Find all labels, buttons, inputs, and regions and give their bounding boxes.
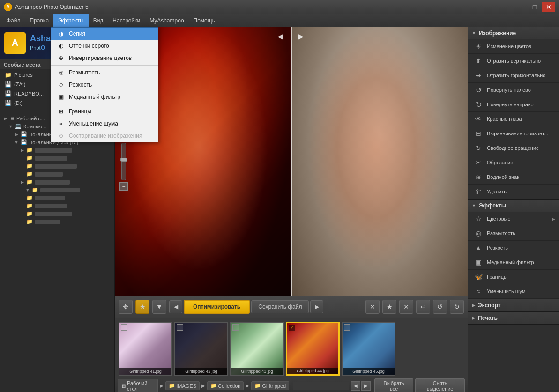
close-button[interactable]: ✕ [542, 2, 555, 12]
tree-item-4[interactable]: 📁 [0, 170, 114, 178]
breadcrumb-desktop[interactable]: 🖥 Рабочий стол [118, 379, 158, 392]
tree-item-3[interactable]: 📁 [0, 162, 114, 170]
breadcrumb-back-button[interactable]: ◀ [351, 381, 360, 391]
effect-sharpen[interactable]: ◇ Резкость [51, 79, 158, 91]
panel-section-image-header[interactable]: ▼ Изображение [468, 27, 559, 39]
panel-color-fx[interactable]: ☆ Цветовые ▶ [468, 212, 559, 226]
median-icon: ▣ [57, 93, 65, 101]
panel-flip-v[interactable]: ⬍ Отразить вертикально [468, 54, 559, 68]
logo-icon: A [4, 32, 26, 54]
optimize-button[interactable]: Оптимизировать [184, 300, 250, 314]
save-button[interactable]: Сохранить файл [251, 300, 309, 313]
tree-item-6[interactable]: ▼ 📁 [0, 186, 114, 194]
separator-1 [51, 65, 158, 66]
thumb-check-42[interactable] [177, 324, 183, 331]
thumbnail-45[interactable]: Girltripped 45.jpg [342, 322, 395, 376]
effect-denoise[interactable]: ≈ Уменьшение шума [51, 118, 158, 130]
panel-section-print-header[interactable]: ▶ Печать [468, 312, 559, 324]
menu-settings[interactable]: Настройки [108, 14, 145, 27]
panel-sharpen-fx[interactable]: ▲ Резкость [468, 241, 559, 255]
panel-section-effects-label: Эффекты [479, 202, 506, 209]
panel-red-eye[interactable]: 👁 Красные глаза [468, 112, 559, 126]
tree-item-2[interactable]: 📁 [0, 154, 114, 162]
thumb-check-43[interactable] [232, 324, 239, 331]
effect-sepia[interactable]: ◑ Сепия [51, 28, 158, 40]
panel-median-fx[interactable]: ▣ Медианный фильтр [468, 255, 559, 270]
app-icon: A [4, 3, 12, 11]
zoom-track[interactable] [121, 143, 126, 180]
menu-effects[interactable]: Эффекты [53, 14, 89, 27]
prev-image-button[interactable]: ◀ [169, 300, 182, 313]
rotate-left-tool-button[interactable]: ↺ [433, 300, 447, 314]
zoom-thumb[interactable] [120, 158, 127, 162]
panel-edges-fx[interactable]: 🦋 Границы [468, 270, 559, 284]
tree-item-7[interactable]: 📁 [0, 194, 114, 202]
tree-toggle-desktop: ▶ [3, 116, 7, 121]
reset-tool-button[interactable]: ✕ [399, 300, 413, 314]
menu-help[interactable]: Помощь [189, 14, 220, 27]
tree-item-9[interactable]: 📁 [0, 210, 114, 218]
panel-horizon[interactable]: ⊟ Выравнивание горизонт... [468, 126, 559, 141]
panel-rotate-right[interactable]: ↻ Повернуть направо [468, 97, 559, 112]
panel-color-change[interactable]: ☀ Изменение цветов [468, 39, 559, 54]
window-controls: − □ ✕ [514, 2, 555, 12]
effect-median[interactable]: ▣ Медианный фильтр [51, 91, 158, 103]
menu-file[interactable]: Файл [2, 14, 25, 27]
thumbnail-42[interactable]: Girltripped 42.jpg [174, 322, 228, 376]
tree-item-8[interactable]: 📁 [0, 202, 114, 210]
breadcrumb-collection[interactable]: 📁 Collection [207, 381, 244, 390]
breadcrumb-arrow-1: ▶ [160, 383, 164, 388]
tree-item-10[interactable]: 📁 [0, 218, 114, 226]
star-tool2-button[interactable]: ★ [382, 300, 396, 314]
menu-myashampoo[interactable]: MyAshampoo [145, 14, 188, 27]
zoom-in-button[interactable]: − [119, 182, 128, 191]
tree-item-5[interactable]: ▶ 📁 [0, 178, 114, 186]
restore-button[interactable]: □ [528, 2, 541, 12]
breadcrumb-girltripped[interactable]: 📁 Girltripped [251, 381, 289, 390]
thumbnail-44[interactable]: ✓ Girltripped 44.jpg [286, 322, 340, 376]
effect-greyscale[interactable]: ◐ Оттенки серого [51, 40, 158, 52]
rotate-right-tool-button[interactable]: ↻ [450, 300, 464, 314]
image-viewer[interactable]: ◀ ▶ + − [115, 27, 468, 296]
breadcrumb-search-input[interactable] [293, 382, 349, 390]
panel-flip-h[interactable]: ⬌ Отразить горизонтально [468, 68, 559, 83]
folder-pictures-label: Pictures [14, 72, 33, 78]
menu-view[interactable]: Вид [89, 14, 108, 27]
edges-fx-icon: 🦋 [474, 272, 483, 281]
panel-blur-fx[interactable]: ◎ Размытость [468, 226, 559, 241]
effect-blur[interactable]: ◎ Размытость [51, 67, 158, 79]
select-all-button[interactable]: Выбрать всё [374, 378, 413, 392]
effect-invert[interactable]: ⊕ Инвертирование цветов [51, 52, 158, 64]
breadcrumb-images[interactable]: 📁 IMAGES [165, 381, 200, 390]
thumbnail-43[interactable]: Girltripped 43.jpg [230, 322, 284, 376]
pick-tool-button[interactable]: ✥ [119, 300, 133, 314]
effect-edges[interactable]: ⊞ Границы [51, 105, 158, 118]
panel-section-effects-header[interactable]: ▼ Эффекты [468, 200, 559, 212]
tree-item-1[interactable]: ▶ 📁 [0, 146, 114, 154]
breadcrumb-forward-button[interactable]: ▶ [361, 381, 371, 391]
panel-denoise-fx[interactable]: ≈ Уменьшить шум [468, 284, 559, 299]
filmstrip[interactable]: Girltripped 41.jpg Girltripped 42.jpg Gi… [115, 318, 468, 379]
minimize-button[interactable]: − [514, 2, 527, 12]
panel-watermark[interactable]: ≋ Водяной знак [468, 170, 559, 185]
undo-tool-button[interactable]: ↩ [416, 300, 430, 314]
deselect-button[interactable]: Снять выделение [415, 378, 465, 392]
thumb-check-44[interactable]: ✓ [289, 325, 295, 331]
color-fx-arrow: ▶ [552, 216, 555, 222]
star-tool-button[interactable]: ★ [135, 300, 149, 314]
panel-free-rotate[interactable]: ↻ Свободное вращение [468, 141, 559, 155]
thumb-check-45[interactable] [344, 324, 350, 331]
panel-rotate-left[interactable]: ↺ Повернуть налево [468, 83, 559, 97]
thumbnail-41[interactable]: Girltripped 41.jpg [119, 322, 172, 376]
free-rotate-label: Свободное вращение [487, 145, 539, 151]
menu-edit[interactable]: Правка [25, 14, 54, 27]
delete-tool-button[interactable]: ✕ [365, 300, 380, 314]
panel-section-export-header[interactable]: ▶ Экспорт [468, 299, 559, 311]
panel-crop[interactable]: ✂ Обрезание [468, 155, 559, 170]
thumb-check-41[interactable] [121, 324, 127, 331]
tree-icon-10: 📁 [26, 219, 33, 225]
folder-tree[interactable]: ▶ 🖥 Рабочий с... ▼ 💻 Компью... ▶ 💾 Локал… [0, 113, 114, 392]
options-tool-button[interactable]: ▼ [152, 300, 166, 314]
panel-delete[interactable]: 🗑 Удалить [468, 185, 559, 199]
next-image-button[interactable]: ▶ [310, 300, 323, 313]
